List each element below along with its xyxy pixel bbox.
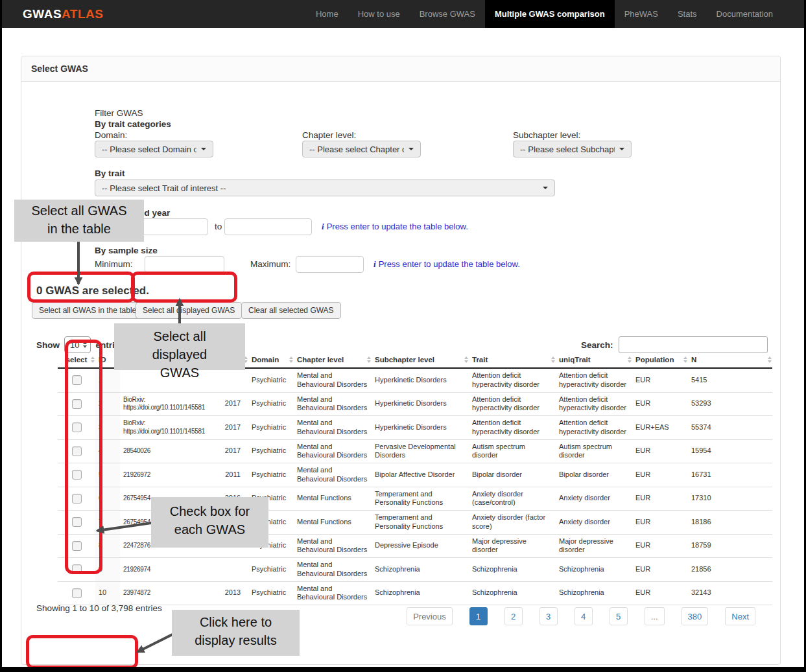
page-2[interactable]: 2 bbox=[504, 607, 523, 625]
compare-selected-button[interactable]: Compare selected GWAS bbox=[32, 667, 135, 672]
sample-max-input[interactable] bbox=[296, 256, 364, 273]
cell-select bbox=[58, 439, 95, 463]
column-header-chapter-level[interactable]: Chapter level bbox=[294, 354, 372, 368]
row-checkbox[interactable] bbox=[72, 541, 82, 551]
row-checkbox[interactable] bbox=[72, 517, 82, 527]
cell-chapter: Mental and Behavioural Disorders bbox=[294, 368, 372, 392]
cell-pmid: BioRxiv: https://doi.org/10.1101/145581 bbox=[120, 392, 217, 416]
search-label: Search: bbox=[581, 340, 613, 350]
nav-item-phewas[interactable]: PheWAS bbox=[615, 0, 668, 28]
cell-subchapter: Hyperkinetic Disorders bbox=[372, 392, 469, 416]
pagination: Previous12345...380Next bbox=[407, 607, 755, 625]
sample-min-input[interactable] bbox=[145, 256, 224, 273]
cell-uniqtrait: Schizophrenia bbox=[556, 581, 632, 605]
page-4[interactable]: 4 bbox=[575, 607, 593, 625]
subchapter-label: Subchapter level: bbox=[513, 130, 580, 140]
year-to-input[interactable] bbox=[224, 218, 312, 235]
cell-select bbox=[58, 392, 95, 416]
row-checkbox[interactable] bbox=[72, 588, 82, 598]
row-checkbox[interactable] bbox=[72, 375, 82, 385]
select-all-table-button[interactable]: Select all GWAS in the table bbox=[32, 302, 143, 319]
row-checkbox[interactable] bbox=[72, 423, 82, 432]
page-380[interactable]: 380 bbox=[682, 607, 709, 625]
cell-uniqtrait: Schizophrenia bbox=[556, 558, 632, 582]
cell-uniqtrait: Attention deficit hyperactivity disorder bbox=[556, 368, 632, 392]
nav-item-stats[interactable]: Stats bbox=[668, 0, 707, 28]
cell-select bbox=[58, 463, 95, 487]
cell-chapter: Mental Functions bbox=[294, 487, 372, 511]
column-header-domain[interactable]: Domain bbox=[248, 354, 294, 368]
page-1[interactable]: 1 bbox=[469, 607, 488, 625]
select-all-displayed-button[interactable]: Select all displayed GWAS bbox=[136, 302, 242, 319]
cell-domain: Psychiatric bbox=[248, 581, 294, 605]
column-header-population[interactable]: Population bbox=[632, 354, 688, 368]
chevron-down-icon bbox=[543, 187, 548, 189]
cell-id: 6 bbox=[95, 487, 120, 511]
cell-population: EUR bbox=[632, 392, 688, 416]
row-checkbox[interactable] bbox=[72, 399, 82, 409]
row-checkbox[interactable] bbox=[72, 564, 82, 574]
row-checkbox[interactable] bbox=[72, 494, 82, 504]
cell-domain: Psychiatric bbox=[248, 368, 294, 392]
cell-subchapter: Temperament and Personality Functions bbox=[372, 487, 469, 511]
nav-item-home[interactable]: Home bbox=[306, 0, 348, 28]
cell-subchapter: Depressive Episode bbox=[372, 534, 469, 558]
cell-select bbox=[58, 581, 95, 605]
page-5[interactable]: 5 bbox=[610, 607, 628, 625]
info-icon: i bbox=[373, 259, 376, 269]
by-trait-categories-label: By trait categories bbox=[95, 119, 171, 129]
column-header-select[interactable]: select bbox=[58, 354, 95, 368]
column-header-trait[interactable]: Trait bbox=[469, 354, 556, 368]
filter-heading: Filter GWAS bbox=[95, 108, 143, 118]
page-3[interactable]: 3 bbox=[539, 607, 558, 625]
column-label: PMID bbox=[123, 356, 142, 364]
cell-subchapter: Hyperkinetic Disorders bbox=[372, 368, 469, 392]
cell-trait: Anxiety disorder (factor score) bbox=[469, 511, 556, 535]
cell-pmid: 23974872 bbox=[120, 581, 217, 605]
nav-item-documentation[interactable]: Documentation bbox=[707, 0, 783, 28]
cell-pmid: 26754954 bbox=[120, 487, 217, 511]
cell-select bbox=[58, 487, 95, 511]
trait-dropdown[interactable]: -- Please select Trait of interest -- bbox=[95, 180, 555, 196]
chapter-dropdown[interactable]: -- Please select Chapter of in bbox=[302, 141, 421, 157]
cell-trait: Attention deficit hyperactivity disorder bbox=[469, 368, 556, 392]
cell-year bbox=[217, 534, 248, 558]
row-checkbox[interactable] bbox=[72, 470, 82, 480]
table-row: 3BioRxiv: https://doi.org/10.1101/145581… bbox=[58, 416, 772, 440]
column-label: Chapter level bbox=[297, 356, 344, 364]
brand-atlas: ATLAS bbox=[62, 7, 103, 21]
page-size-select[interactable]: 10 bbox=[64, 336, 91, 353]
year-from-input[interactable] bbox=[121, 218, 208, 235]
column-header-pmid[interactable]: PMID bbox=[120, 354, 217, 368]
cell-year: 2013 bbox=[217, 581, 248, 605]
column-header-uniqtrait[interactable]: uniqTrait bbox=[556, 354, 632, 368]
cell-population: EUR bbox=[632, 511, 688, 535]
column-header-year[interactable]: Year bbox=[217, 354, 248, 368]
showing-info: Showing 1 to 10 of 3,798 entries bbox=[36, 603, 162, 613]
cell-id: 5 bbox=[95, 463, 120, 487]
brand-logo[interactable]: GWASATLAS bbox=[23, 7, 103, 21]
nav-item-browse-gwas[interactable]: Browse GWAS bbox=[410, 0, 485, 28]
sort-icon bbox=[115, 356, 119, 363]
cell-uniqtrait: Bipolar disorder bbox=[556, 463, 632, 487]
domain-dropdown[interactable]: -- Please select Domain of in bbox=[95, 141, 213, 157]
table-row: 1PsychiatricMental and Behavioural Disor… bbox=[58, 368, 772, 392]
table-row: 822472876PsychiatricMental and Behaviour… bbox=[58, 534, 772, 558]
column-header-id[interactable]: ID bbox=[95, 354, 120, 368]
nav-item-multiple-gwas-comparison[interactable]: Multiple GWAS comparison bbox=[485, 0, 615, 28]
search-input[interactable] bbox=[619, 336, 768, 353]
cell-chapter: Mental and Behavioural Disorders bbox=[294, 416, 372, 440]
column-header-n[interactable]: N bbox=[688, 354, 772, 368]
column-header-subchapter-level[interactable]: Subchapter level bbox=[372, 354, 469, 368]
cell-id: 9 bbox=[95, 558, 120, 582]
page-next[interactable]: Next bbox=[725, 607, 755, 625]
nav-item-how-to-use[interactable]: How to use bbox=[348, 0, 410, 28]
cell-population: EUR+EAS bbox=[632, 416, 688, 440]
clear-all-selected-button[interactable]: Clear all selected GWAS bbox=[241, 302, 341, 319]
row-checkbox[interactable] bbox=[72, 446, 82, 456]
subchapter-dropdown[interactable]: -- Please select Subchapter ( bbox=[513, 141, 632, 157]
cell-select bbox=[58, 368, 95, 392]
table-body: 1PsychiatricMental and Behavioural Disor… bbox=[58, 368, 772, 605]
cell-domain: Psychiatric bbox=[248, 439, 294, 463]
cell-id: 4 bbox=[95, 439, 120, 463]
